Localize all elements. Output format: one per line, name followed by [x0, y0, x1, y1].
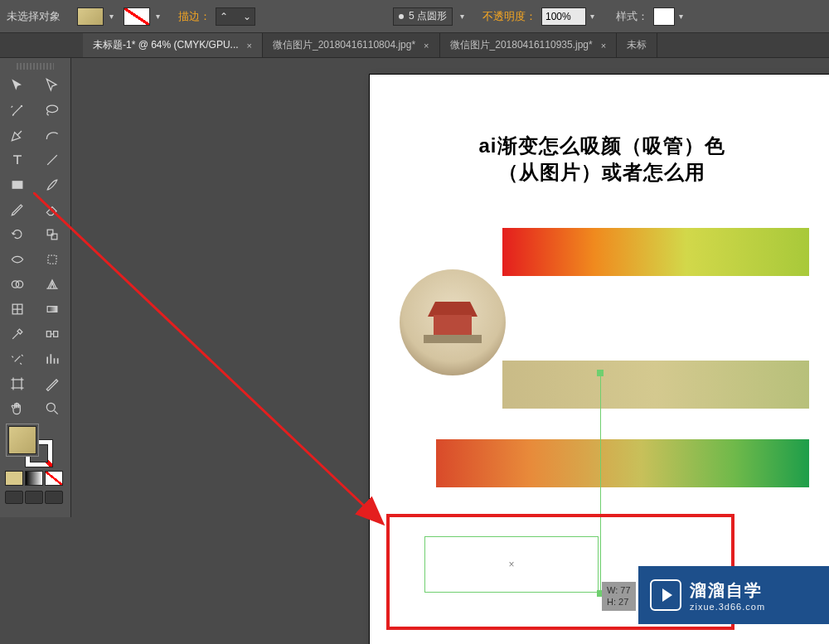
screen-mode-normal[interactable]	[5, 491, 23, 504]
options-bar: 未选择对象 ▾ ▾ 描边： ⌃⌄ 5 点圆形▾ 不透明度： ▾ 样式： ▾	[0, 0, 829, 33]
svg-rect-1	[12, 182, 22, 188]
style-swatch[interactable]	[653, 7, 675, 26]
shape-builder-tool[interactable]	[0, 272, 35, 297]
center-mark: ×	[508, 559, 514, 570]
document-tab-bar: 未标题-1* @ 64% (CMYK/GPU...× 微信图片_20180416…	[0, 33, 829, 58]
svg-rect-4	[48, 255, 56, 264]
building-graphic	[424, 302, 482, 343]
eraser-tool[interactable]	[35, 197, 70, 222]
stroke-dropdown[interactable]: ▾	[152, 7, 163, 26]
profile-dropdown[interactable]: ▾	[456, 7, 468, 26]
stroke-weight-input[interactable]: ⌃⌄	[216, 7, 255, 26]
artboard[interactable]: ai渐变怎么吸颜（吸管）色 （从图片）或者怎么用 × W: 77H: 27	[370, 75, 829, 644]
no-selection-label: 未选择对象	[7, 9, 61, 24]
blend-tool[interactable]	[35, 322, 70, 346]
dimension-tooltip: W: 77H: 27	[602, 582, 636, 611]
canvas-area[interactable]: ai渐变怎么吸颜（吸管）色 （从图片）或者怎么用 × W: 77H: 27	[71, 58, 829, 644]
artwork-title: ai渐变怎么吸颜（吸管）色 （从图片）或者怎么用	[428, 133, 776, 186]
width-tool[interactable]	[0, 247, 35, 272]
svg-rect-3	[51, 234, 57, 240]
scale-tool[interactable]	[35, 222, 70, 247]
close-icon[interactable]: ×	[247, 41, 252, 51]
fill-swatch[interactable]	[77, 7, 104, 26]
svg-rect-8	[47, 307, 57, 312]
fill-color-swatch[interactable]	[8, 426, 36, 454]
screen-mode-presentation[interactable]	[45, 491, 63, 504]
svg-point-6	[16, 281, 22, 288]
curvature-tool[interactable]	[35, 123, 70, 148]
circle-image[interactable]	[400, 269, 506, 375]
pen-tool[interactable]	[0, 123, 35, 148]
brush-profile[interactable]: 5 点圆形	[393, 7, 453, 26]
close-icon[interactable]: ×	[601, 41, 606, 51]
rectangle-tool[interactable]	[0, 172, 35, 197]
hand-tool[interactable]	[0, 396, 35, 421]
watermark-title: 溜溜自学	[690, 579, 765, 602]
panel-grip[interactable]	[17, 63, 54, 70]
screen-mode-full[interactable]	[25, 491, 43, 504]
tab-wechat-image-2[interactable]: 微信图片_20180416110935.jpg*×	[440, 33, 618, 57]
rotate-tool[interactable]	[0, 222, 35, 247]
tab-wechat-image-1[interactable]: 微信图片_20180416110804.jpg*×	[263, 33, 440, 57]
column-graph-tool[interactable]	[35, 346, 70, 371]
stroke-label: 描边：	[178, 9, 211, 24]
zoom-tool[interactable]	[35, 396, 70, 421]
svg-rect-9	[46, 332, 51, 337]
color-mode-solid[interactable]	[5, 471, 23, 486]
color-mode-none[interactable]	[45, 471, 63, 486]
stroke-swatch[interactable]	[124, 7, 150, 26]
tools-panel	[0, 58, 71, 517]
pencil-tool[interactable]	[0, 197, 35, 222]
guide-handle	[597, 370, 604, 376]
artboard-tool[interactable]	[0, 371, 35, 396]
svg-rect-11	[13, 380, 22, 388]
paintbrush-tool[interactable]	[35, 172, 70, 197]
opacity-input[interactable]	[541, 7, 586, 26]
perspective-grid-tool[interactable]	[35, 272, 70, 297]
selection-tool[interactable]	[0, 73, 35, 98]
close-icon[interactable]: ×	[424, 41, 429, 51]
style-label: 样式：	[616, 9, 648, 24]
direct-selection-tool[interactable]	[35, 73, 70, 98]
tab-untitled-2[interactable]: 未标	[617, 33, 657, 57]
line-segment-tool[interactable]	[35, 148, 70, 172]
type-tool[interactable]	[0, 148, 35, 172]
lasso-tool[interactable]	[35, 98, 70, 123]
svg-rect-10	[54, 332, 58, 337]
watermark-url: zixue.3d66.com	[690, 602, 765, 612]
opacity-label: 不透明度：	[482, 9, 536, 24]
color-mode-gradient[interactable]	[25, 471, 43, 486]
opacity-dropdown[interactable]: ▾	[586, 7, 598, 26]
svg-rect-2	[47, 230, 53, 235]
fill-dropdown[interactable]: ▾	[105, 7, 117, 26]
magic-wand-tool[interactable]	[0, 98, 35, 123]
gradient-tool[interactable]	[35, 297, 70, 322]
svg-point-0	[46, 105, 57, 112]
symbol-sprayer-tool[interactable]	[0, 346, 35, 371]
fill-stroke-control[interactable]	[0, 421, 70, 469]
play-icon	[650, 579, 681, 611]
slice-tool[interactable]	[35, 371, 70, 396]
gradient-bar-3[interactable]	[436, 439, 809, 487]
free-transform-tool[interactable]	[35, 247, 70, 272]
tab-untitled-1[interactable]: 未标题-1* @ 64% (CMYK/GPU...×	[83, 33, 263, 57]
eyedropper-tool[interactable]	[0, 322, 35, 346]
gradient-bar-1[interactable]	[502, 228, 809, 276]
watermark-badge: 溜溜自学 zixue.3d66.com	[638, 566, 829, 624]
svg-point-12	[46, 403, 55, 411]
gradient-bar-2[interactable]	[502, 361, 809, 409]
style-dropdown[interactable]: ▾	[675, 7, 686, 26]
mesh-tool[interactable]	[0, 297, 35, 322]
drawing-rectangle[interactable]: ×	[424, 536, 599, 593]
